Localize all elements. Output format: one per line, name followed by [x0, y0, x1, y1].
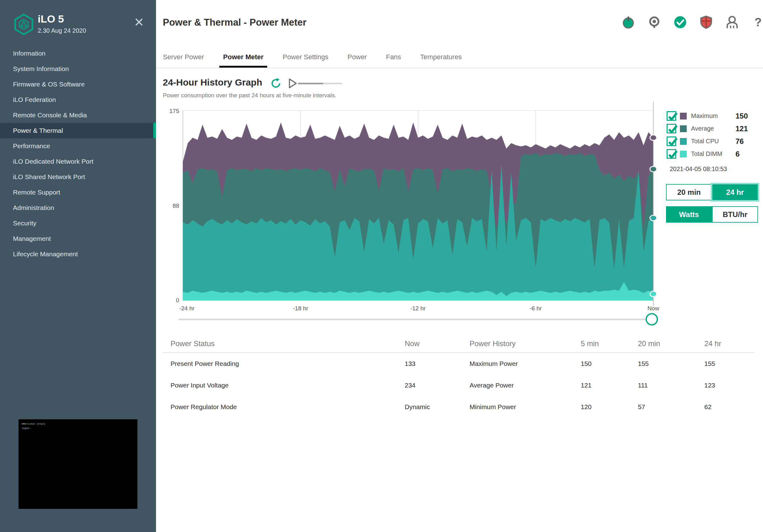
- tab-temperatures[interactable]: Temperatures: [420, 46, 462, 68]
- legend-row-average: Average 121: [667, 122, 748, 135]
- history-label: Minimum Power: [462, 403, 573, 411]
- tabs-divider: [156, 68, 763, 68]
- sidebar-item-remote-console-media[interactable]: Remote Console & Media: [0, 108, 156, 123]
- sidebar-item-ilo-federation[interactable]: iLO Federation: [0, 92, 156, 108]
- graph-subtitle: Power consumption over the past 24 hours…: [163, 92, 336, 99]
- tab-bar: Server Power Power Meter Power Settings …: [163, 46, 462, 68]
- sidebar-item-administration[interactable]: Administration: [0, 200, 156, 216]
- chart-legend: Maximum 150 Average 121 Total CPU 76 Tot…: [667, 110, 748, 160]
- power-status-icon[interactable]: [621, 15, 636, 30]
- history-24hr: 155: [697, 360, 754, 367]
- legend-value: 121: [735, 125, 748, 133]
- sidebar-item-firmware-os-software[interactable]: Firmware & OS Software: [0, 77, 156, 92]
- tab-power[interactable]: Power: [348, 46, 367, 68]
- uid-indicator-icon[interactable]: [647, 15, 662, 30]
- close-icon[interactable]: ✕: [132, 15, 146, 29]
- status-value: Dynamic: [397, 403, 462, 411]
- chart-timestamp: 2021-04-05 08:10:53: [670, 165, 727, 173]
- range-24hr-button[interactable]: 24 hr: [712, 184, 758, 200]
- legend-label: Average: [691, 125, 727, 132]
- user-icon[interactable]: [725, 15, 739, 30]
- column-header: 5 min: [573, 339, 630, 348]
- legend-row-total-cpu: Total CPU 76: [667, 135, 748, 147]
- history-label: Average Power: [462, 382, 573, 389]
- x-axis-tick: -6 hr: [529, 305, 542, 312]
- column-header: Power Status: [163, 339, 397, 348]
- tab-server-power[interactable]: Server Power: [163, 46, 204, 68]
- console-line: GNU/Linux (tty1): [22, 422, 134, 426]
- tab-fans[interactable]: Fans: [386, 46, 401, 68]
- power-history-chart[interactable]: [183, 111, 653, 301]
- maximum-swatch: [680, 113, 687, 120]
- remote-console-preview[interactable]: GNU/Linux (tty1) login:: [19, 419, 138, 509]
- status-label: Present Power Reading: [163, 360, 397, 367]
- sidebar: iLO 5 2.30 Aug 24 2020 ✕ Information Sys…: [0, 0, 156, 532]
- range-20min-button[interactable]: 20 min: [666, 184, 712, 200]
- sidebar-item-remote-support[interactable]: Remote Support: [0, 185, 156, 200]
- time-slider-track[interactable]: [178, 319, 658, 320]
- tab-power-settings[interactable]: Power Settings: [283, 46, 328, 68]
- play-icon[interactable]: [287, 78, 298, 90]
- table-row: Power Input Voltage 234 Average Power 12…: [163, 375, 754, 396]
- sidebar-item-lifecycle-management[interactable]: Lifecycle Management: [0, 246, 156, 262]
- console-line: login:: [22, 426, 134, 430]
- legend-value: 6: [735, 150, 739, 158]
- sidebar-item-power-thermal[interactable]: Power & Thermal: [0, 123, 156, 138]
- total-dimm-checkbox[interactable]: [667, 149, 676, 159]
- help-icon[interactable]: ?: [751, 15, 763, 30]
- unit-watts-button[interactable]: Watts: [666, 206, 712, 222]
- health-status-icon[interactable]: [673, 15, 688, 30]
- maximum-checkbox[interactable]: [667, 111, 676, 121]
- total-cpu-swatch: [680, 138, 687, 145]
- main-content: Power & Thermal - Power Meter: [156, 0, 763, 532]
- sidebar-item-ilo-dedicated-network-port[interactable]: iLO Dedicated Network Port: [0, 154, 156, 169]
- table-row: Present Power Reading 133 Maximum Power …: [163, 353, 754, 375]
- history-20min: 111: [630, 382, 697, 389]
- hpe-ilo-logo-icon: [14, 14, 34, 37]
- sidebar-item-management[interactable]: Management: [0, 231, 156, 246]
- tab-power-meter[interactable]: Power Meter: [223, 46, 264, 68]
- history-5min: 120: [573, 403, 630, 411]
- history-label: Maximum Power: [462, 360, 573, 367]
- page-title: Power & Thermal - Power Meter: [163, 17, 306, 28]
- x-axis-tick: -24 hr: [179, 305, 195, 312]
- history-20min: 155: [630, 360, 697, 367]
- legend-value: 76: [735, 137, 744, 146]
- average-checkbox[interactable]: [667, 124, 676, 133]
- column-header: 24 hr: [697, 339, 754, 348]
- history-5min: 150: [573, 360, 630, 367]
- y-axis-tick: 0: [156, 297, 179, 304]
- unit-btuhr-button[interactable]: BTU/hr: [712, 206, 758, 222]
- x-axis-tick: Now: [647, 305, 659, 312]
- total-cpu-checkbox[interactable]: [667, 136, 676, 146]
- sidebar-item-system-information[interactable]: System Information: [0, 61, 156, 77]
- status-value: 234: [397, 382, 462, 389]
- sidebar-item-security[interactable]: Security: [0, 216, 156, 231]
- legend-row-maximum: Maximum 150: [667, 110, 748, 122]
- status-label: Power Input Voltage: [163, 382, 397, 389]
- average-swatch: [680, 125, 687, 132]
- legend-row-total-dimm: Total DIMM 6: [667, 147, 748, 160]
- range-toggle: 20 min 24 hr: [666, 184, 758, 200]
- total-dimm-swatch: [680, 151, 687, 157]
- refresh-icon[interactable]: [270, 78, 281, 90]
- time-slider-handle[interactable]: [646, 313, 658, 325]
- history-24hr: 123: [697, 382, 754, 389]
- column-header: 20 min: [630, 339, 697, 348]
- app-title: iLO 5: [38, 13, 64, 25]
- legend-label: Total CPU: [691, 138, 727, 145]
- sidebar-item-information[interactable]: Information: [0, 46, 156, 61]
- security-status-icon[interactable]: [699, 15, 713, 30]
- x-axis-tick: -12 hr: [410, 305, 426, 312]
- graph-heading: 24-Hour History Graph: [163, 77, 262, 88]
- history-5min: 121: [573, 382, 630, 389]
- y-axis-tick: 175: [156, 108, 179, 115]
- y-axis-tick: 88: [156, 203, 179, 209]
- status-label: Power Regulator Mode: [163, 403, 397, 411]
- sidebar-nav: Information System Information Firmware …: [0, 46, 156, 262]
- history-20min: 57: [630, 403, 697, 411]
- sidebar-item-performance[interactable]: Performance: [0, 138, 156, 154]
- playback-progress-slider[interactable]: [298, 83, 342, 84]
- sidebar-item-ilo-shared-network-port[interactable]: iLO Shared Network Port: [0, 169, 156, 185]
- playback-progress-fill: [298, 83, 323, 84]
